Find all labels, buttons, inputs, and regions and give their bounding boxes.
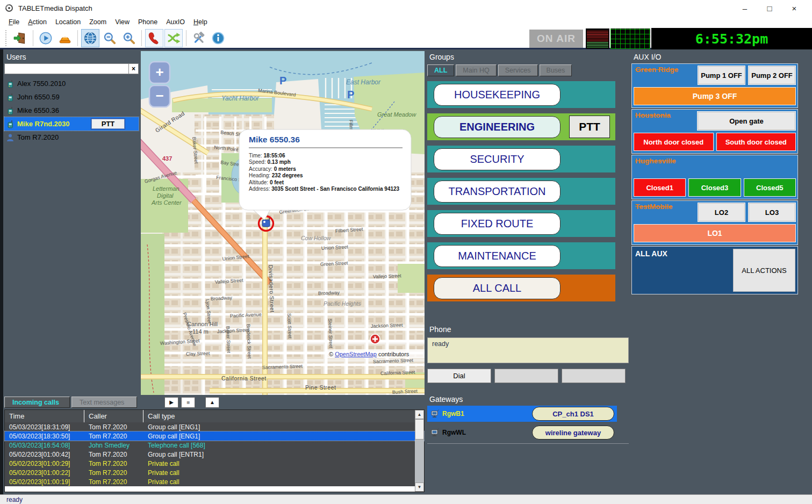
groups-tab-main-hq[interactable]: Main HQ [456, 64, 496, 76]
aux-button-closed3[interactable]: Closed3 [688, 178, 741, 197]
aux-button-pump-1-off[interactable]: Pump 1 OFF [698, 66, 745, 85]
move-up-button[interactable]: ▲ [205, 397, 219, 408]
zoom-in-icon[interactable] [120, 29, 138, 47]
user-label: John 6550.59 [17, 93, 60, 101]
call-row[interactable]: 05/02/2023[01:00:29]Tom R7.2020Private c… [5, 459, 424, 468]
toolbar-separator [141, 30, 142, 46]
call-row[interactable]: 05/02/2023[01:00:22]Tom R7.2020Private c… [5, 468, 424, 477]
all-actions-button[interactable]: ALL ACTIONS [733, 249, 795, 292]
close-button[interactable]: × [788, 4, 800, 13]
call-cell: Group call [ENG1] [143, 422, 424, 431]
user-label: Mike 6550.36 [17, 106, 59, 114]
aux-site-label: Hughesville [635, 157, 676, 165]
group-ptt-button[interactable]: PTT [569, 116, 610, 138]
scrollbar-thumb[interactable] [415, 419, 424, 440]
aux-button-pump-2-off[interactable]: Pump 2 OFF [748, 66, 796, 85]
user-item[interactable]: John 6550.59 [4, 90, 139, 104]
aux-button-lo3[interactable]: LO3 [748, 203, 796, 222]
groups-tab-all[interactable]: ALL [427, 64, 454, 76]
aux-button-north-door-closed[interactable]: North door closed [634, 133, 714, 151]
call-cell: Private call [143, 477, 424, 486]
user-item[interactable]: Mike 6550.36 [4, 104, 139, 117]
groups-tab-buses[interactable]: Buses [540, 64, 572, 76]
user-item[interactable]: Mike R7nd.2030PTT [4, 117, 139, 131]
aux-button-closed5[interactable]: Closed5 [744, 178, 796, 197]
map-globe-icon[interactable] [81, 29, 99, 47]
call-row[interactable]: 05/03/2023[16:54:08]John SmedleyTelephon… [5, 441, 424, 450]
column-call-type[interactable]: Call type [143, 410, 424, 422]
play-icon[interactable] [37, 29, 55, 47]
vertical-scrollbar[interactable]: ▲ ▼ [415, 410, 424, 492]
users-search-input[interactable] [4, 63, 129, 74]
dial-button[interactable]: Dial [427, 369, 491, 383]
aux-button-closed1[interactable]: Closed1 [634, 178, 686, 197]
group-button-security[interactable]: SECURITY [434, 148, 561, 170]
aux-button-south-door-closed[interactable]: South door closed [716, 133, 796, 151]
phone-button-2[interactable] [494, 369, 558, 383]
gateway-channel-button[interactable]: CP_ch1 DS1 [532, 407, 614, 421]
minimize-button[interactable]: – [739, 4, 751, 13]
column-time[interactable]: Time [5, 410, 84, 422]
aux-button-open-gate[interactable]: Open gate [697, 111, 796, 131]
clear-search-button[interactable]: × [129, 63, 139, 74]
call-row[interactable]: 05/03/2023[18:30:50]Tom R7.2020Group cal… [5, 431, 424, 441]
openstreetmap-link[interactable]: OpenStreetMap [335, 351, 377, 357]
gateway-row[interactable]: RgwWLwireline gateway [427, 424, 629, 441]
app-icon [4, 3, 14, 13]
info-icon[interactable] [209, 29, 227, 47]
aux-button-pump-3-off[interactable]: Pump 3 OFF [634, 87, 796, 105]
stop-call-button[interactable]: ■ [181, 397, 195, 408]
play-call-button[interactable]: ▶ [164, 397, 178, 408]
groups-tab-services[interactable]: Services [498, 64, 538, 76]
column-caller[interactable]: Caller [84, 410, 143, 422]
call-row[interactable]: 05/02/2023[01:00:19]Tom R7.2020Private c… [5, 477, 424, 486]
gateway-channel-button[interactable]: wireline gateway [532, 426, 614, 440]
map[interactable]: × × × × × Yacht H [141, 51, 425, 395]
map-label: Pine Street [305, 384, 336, 391]
menu-help[interactable]: Help [189, 17, 212, 27]
map-label: 437 [162, 155, 172, 162]
call-cell: 05/03/2023[18:30:50] [5, 431, 84, 441]
menu-view[interactable]: View [111, 17, 134, 27]
phone-call-icon[interactable] [145, 29, 163, 47]
call-row[interactable]: 05/03/2023[18:31:09]Tom R7.2020Group cal… [5, 422, 424, 431]
map-label: Broadway [211, 295, 233, 301]
menu-zoom[interactable]: Zoom [85, 17, 111, 27]
crossed-arrows-icon[interactable] [164, 29, 183, 47]
menu-file[interactable]: File [4, 17, 24, 27]
group-button-transportation[interactable]: TRANSPORTATION [434, 181, 561, 203]
call-cell: Tom R7.2020 [84, 468, 143, 477]
map-attribution: © OpenStreetMap contributors [326, 349, 425, 358]
exit-door-icon[interactable] [11, 29, 30, 47]
gateways-panel: Gateways RgwB1CP_ch1 DS1RgwWLwireline ga… [427, 393, 629, 444]
call-row[interactable]: 05/02/2023[01:00:42]Tom R7.2020Group cal… [5, 450, 424, 459]
aux-button-lo1[interactable]: LO1 [634, 224, 796, 242]
aux-section: HughesvilleClosed1Closed3Closed5 [631, 155, 798, 199]
group-button-all-call[interactable]: ALL CALL [434, 277, 561, 299]
menu-auxio[interactable]: AuxIO [162, 17, 189, 27]
group-button-maintenance[interactable]: MAINTENANCE [434, 245, 561, 267]
user-item[interactable]: Alex 7550.2010 [4, 77, 139, 90]
tab-incoming-calls[interactable]: Incoming calls [4, 397, 70, 408]
map-label: Clay Street [186, 350, 210, 357]
tab-text-messages[interactable]: Text messages [71, 397, 137, 408]
scroll-up-button[interactable]: ▲ [415, 410, 424, 419]
group-button-fixed-route[interactable]: FIXED ROUTE [434, 213, 561, 235]
zoom-out-icon[interactable] [100, 29, 119, 47]
user-ptt-button[interactable]: PTT [91, 119, 125, 129]
group-button-engineering[interactable]: ENGINEERING [434, 116, 561, 138]
aux-button-lo2[interactable]: LO2 [698, 203, 745, 222]
menu-action[interactable]: Action [24, 17, 51, 27]
scroll-down-button[interactable]: ▼ [415, 483, 424, 492]
tools-icon[interactable] [190, 29, 208, 47]
phone-button-3[interactable] [562, 369, 626, 383]
user-item[interactable]: Tom R7.2020 [4, 131, 139, 144]
group-button-housekeeping[interactable]: HOUSEKEEPING [434, 84, 561, 106]
menu-location[interactable]: Location [51, 17, 85, 27]
menu-phone[interactable]: Phone [134, 17, 162, 27]
maximize-button[interactable]: □ [764, 4, 775, 13]
gateway-row[interactable]: RgwB1CP_ch1 DS1 [427, 406, 617, 422]
aux-section: TestMobileLO2LO3LO1 [631, 200, 798, 245]
siren-icon[interactable] [56, 29, 74, 47]
gateway-icon [430, 409, 439, 418]
